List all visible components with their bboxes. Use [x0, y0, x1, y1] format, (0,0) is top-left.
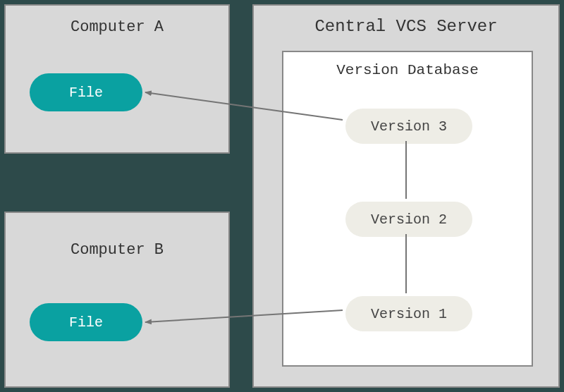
- version-pill-1: Version 1: [345, 296, 472, 331]
- computer-a-file-label: File: [69, 85, 103, 101]
- version-database-box: Version Database Version 3 Version 2 Ver…: [282, 51, 533, 367]
- computer-a-title: Computer A: [6, 6, 228, 36]
- computer-a-box: Computer A File: [4, 4, 230, 154]
- computer-b-title: Computer B: [6, 213, 228, 259]
- version-database-title: Version Database: [283, 52, 532, 78]
- server-box: Central VCS Server Version Database Vers…: [252, 4, 560, 388]
- version-pill-2: Version 2: [345, 202, 472, 237]
- version-pill-3: Version 3: [345, 109, 472, 144]
- computer-b-file-label: File: [69, 314, 103, 331]
- computer-a-file-pill: File: [30, 73, 142, 111]
- version-2-label: Version 2: [371, 212, 447, 228]
- version-1-label: Version 1: [371, 306, 447, 322]
- computer-b-file-pill: File: [30, 303, 142, 341]
- server-title: Central VCS Server: [254, 6, 558, 36]
- version-3-label: Version 3: [371, 118, 447, 135]
- computer-b-box: Computer B File: [4, 212, 230, 388]
